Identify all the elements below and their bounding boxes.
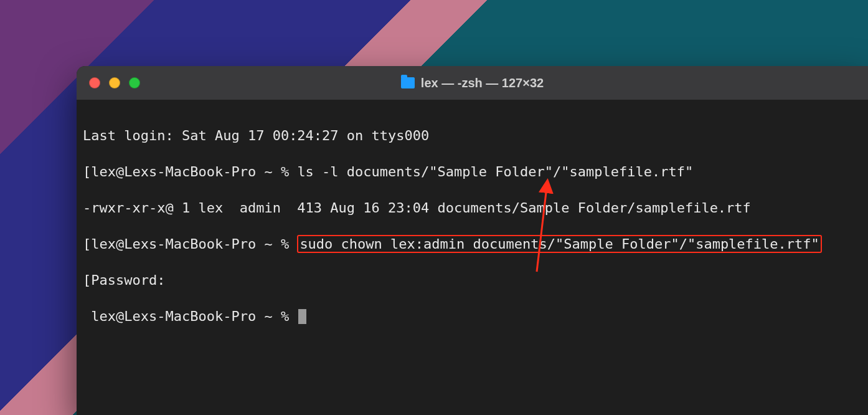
password-prompt: [Password: <box>83 271 862 289</box>
minimize-button[interactable] <box>109 77 120 88</box>
cursor <box>298 309 306 324</box>
last-login-line: Last login: Sat Aug 17 00:24:27 on ttys0… <box>83 126 862 145</box>
window-title: lex — -zsh — 127×32 <box>421 76 544 90</box>
traffic-lights <box>89 77 140 88</box>
ls-output-line: -rwxr-xr-x@ 1 lex admin 413 Aug 16 23:04… <box>83 199 862 217</box>
prompt: lex@Lexs-MacBook-Pro ~ % <box>83 308 297 324</box>
window-titlebar[interactable]: lex — -zsh — 127×32 <box>77 66 868 100</box>
folder-icon <box>401 77 415 88</box>
highlighted-command: sudo chown lex:admin documents/"Sample F… <box>297 235 821 253</box>
close-button[interactable] <box>89 77 100 88</box>
maximize-button[interactable] <box>129 77 140 88</box>
prompt: [lex@Lexs-MacBook-Pro ~ % <box>83 236 297 252</box>
desktop-wallpaper: lex — -zsh — 127×32 Last login: Sat Aug … <box>0 0 868 415</box>
command-ls: ls -l documents/"Sample Folder"/"samplef… <box>297 164 693 179</box>
terminal-window[interactable]: lex — -zsh — 127×32 Last login: Sat Aug … <box>77 66 868 415</box>
terminal-output[interactable]: Last login: Sat Aug 17 00:24:27 on ttys0… <box>77 100 868 370</box>
prompt: [lex@Lexs-MacBook-Pro ~ % <box>83 164 297 179</box>
